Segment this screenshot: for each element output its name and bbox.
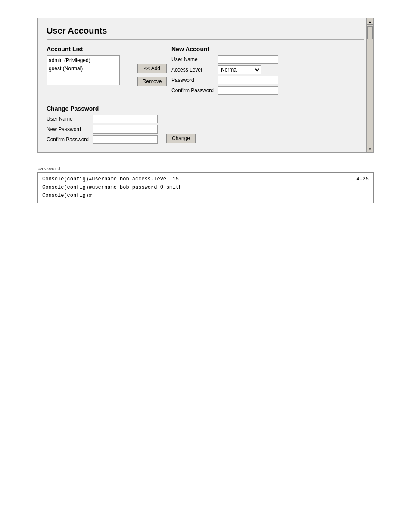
button-section: << Add Remove — [133, 46, 171, 95]
console-wrapper: password 4-25 Console(config)#username b… — [37, 166, 374, 203]
change-button[interactable]: Change — [166, 134, 196, 143]
scroll-thumb[interactable] — [367, 26, 373, 39]
change-password-form: User Name New Password Confirm Password — [47, 115, 158, 144]
remove-button[interactable]: Remove — [137, 77, 167, 86]
new-password-input[interactable] — [218, 76, 278, 84]
console-line-3: Console(config)# — [42, 192, 369, 200]
list-item[interactable]: admin (Privileged) — [49, 56, 118, 65]
cp-user-name-label: User Name — [47, 116, 90, 122]
console-page-number: 4-25 — [356, 175, 369, 184]
top-divider — [13, 9, 398, 9]
new-account-form: User Name Access Level Normal Privileged… — [171, 55, 364, 95]
new-account-section: New Account User Name Access Level Norma… — [171, 46, 364, 95]
new-account-heading: New Account — [171, 46, 364, 53]
change-password-body: User Name New Password Confirm Password … — [47, 115, 364, 144]
scroll-up-arrow[interactable]: ▲ — [367, 19, 373, 25]
access-level-row: Normal Privileged — [218, 65, 364, 74]
page-wrapper: ▲ ▼ User Accounts Account List admin (Pr… — [0, 0, 411, 212]
console-line-2: Console(config)#username bob password 0 … — [42, 184, 369, 192]
cp-new-password-label: New Password — [47, 126, 90, 132]
user-accounts-panel: ▲ ▼ User Accounts Account List admin (Pr… — [37, 18, 374, 153]
cp-confirm-password-label: Confirm Password — [47, 137, 90, 143]
scrollbar[interactable]: ▲ ▼ — [366, 18, 373, 152]
new-confirm-password-input[interactable] — [218, 86, 278, 95]
new-user-name-input[interactable] — [218, 55, 278, 64]
add-button[interactable]: << Add — [137, 64, 167, 73]
accounts-body: Account List admin (Privileged) guest (N… — [47, 46, 364, 95]
console-line-1: Console(config)#username bob access-leve… — [42, 175, 369, 184]
account-list-section: Account List admin (Privileged) guest (N… — [47, 46, 133, 95]
panel-title: User Accounts — [47, 26, 364, 40]
cp-confirm-password-input[interactable] — [93, 135, 158, 144]
cp-user-name-input[interactable] — [93, 115, 158, 123]
cp-new-password-input[interactable] — [93, 125, 158, 134]
confirm-password-label: Confirm Password — [171, 87, 215, 93]
access-level-label: Access Level — [171, 67, 215, 73]
console-box: 4-25 Console(config)#username bob access… — [37, 172, 374, 203]
change-password-heading: Change Password — [47, 105, 364, 112]
account-list-box[interactable]: admin (Privileged) guest (Normal) — [47, 55, 120, 85]
console-label: password — [37, 166, 374, 171]
access-level-select[interactable]: Normal Privileged — [218, 65, 261, 74]
password-label: Password — [171, 77, 215, 83]
list-item[interactable]: guest (Normal) — [49, 65, 118, 73]
account-list-heading: Account List — [47, 46, 133, 53]
change-button-wrapper: Change — [166, 134, 196, 144]
scroll-down-arrow[interactable]: ▼ — [367, 146, 373, 152]
user-name-label: User Name — [171, 56, 215, 62]
change-password-section: Change Password User Name New Password C… — [47, 105, 364, 144]
